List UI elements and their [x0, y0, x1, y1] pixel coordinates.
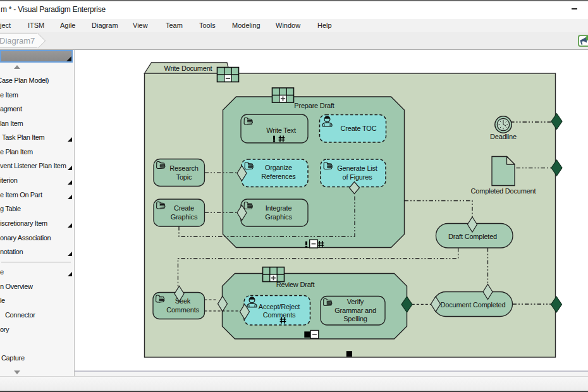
svg-text:Research: Research	[169, 164, 199, 172]
svg-text:Topic: Topic	[176, 173, 192, 181]
svg-text:Accept/Reject: Accept/Reject	[259, 303, 300, 310]
svg-text:Grammar and: Grammar and	[334, 307, 376, 314]
svg-text:Write Text: Write Text	[266, 126, 296, 134]
svg-text:Create TOC: Create TOC	[341, 125, 377, 132]
svg-text:Generate List: Generate List	[337, 164, 377, 172]
svg-text:Integrate: Integrate	[266, 204, 292, 212]
svg-text:of Figures: of Figures	[343, 173, 373, 181]
svg-text:Document Completed: Document Completed	[441, 301, 506, 309]
svg-text:Verify: Verify	[347, 298, 364, 305]
svg-text:Write Document: Write Document	[164, 64, 212, 72]
svg-text:Completed Document: Completed Document	[471, 187, 536, 195]
svg-text:References: References	[261, 173, 296, 180]
svg-text:Organize: Organize	[265, 164, 292, 171]
svg-text:Comments: Comments	[166, 306, 199, 314]
svg-text:Graphics: Graphics	[171, 213, 198, 221]
svg-text:Draft Completed: Draft Completed	[448, 233, 497, 240]
svg-text:Deadline: Deadline	[490, 133, 517, 140]
svg-text:Prepare Draft: Prepare Draft	[294, 102, 334, 109]
svg-text:Comments: Comments	[263, 311, 296, 319]
svg-text:Graphics: Graphics	[265, 213, 292, 221]
svg-text:Spelling: Spelling	[343, 315, 367, 322]
svg-text:Create: Create	[174, 204, 194, 212]
